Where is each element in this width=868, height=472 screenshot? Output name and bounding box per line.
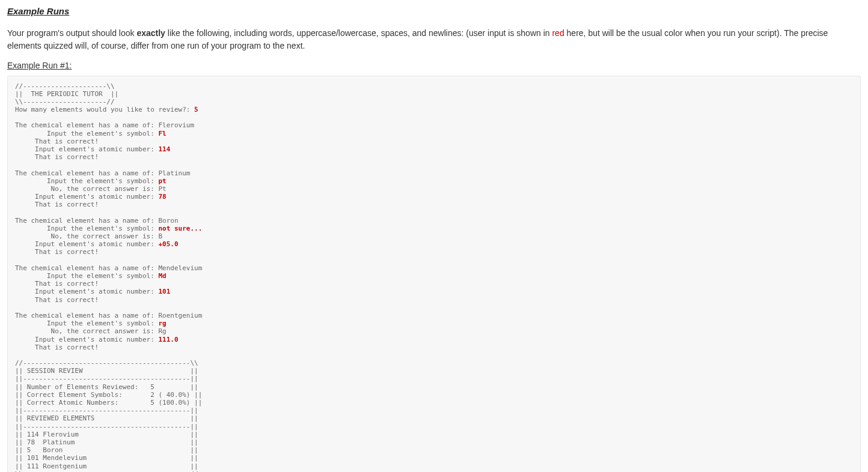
user-input: rg [158, 319, 166, 327]
user-input: pt [158, 177, 166, 185]
user-input: Fl [158, 130, 166, 138]
user-input: not sure... [158, 225, 202, 232]
intro-text-1: Your program's output should look [7, 28, 136, 38]
intro-text-2: like the following, including words, upp… [165, 28, 552, 38]
user-input: 101 [158, 288, 170, 295]
intro-paragraph: Your program's output should look exactl… [7, 27, 861, 52]
example-run-output: //---------------------\\ || THE PERIODI… [7, 76, 861, 473]
section-title: Example Runs [7, 5, 861, 19]
user-input: Md [158, 272, 166, 280]
user-input: 78 [158, 193, 166, 201]
user-input: 5 [194, 106, 198, 113]
user-input: 114 [158, 145, 170, 153]
intro-red: red [552, 28, 564, 38]
intro-bold: exactly [136, 28, 165, 38]
user-input: +05.0 [158, 240, 178, 248]
user-input: 111.0 [158, 336, 178, 343]
example-run-label: Example Run #1: [7, 59, 72, 72]
